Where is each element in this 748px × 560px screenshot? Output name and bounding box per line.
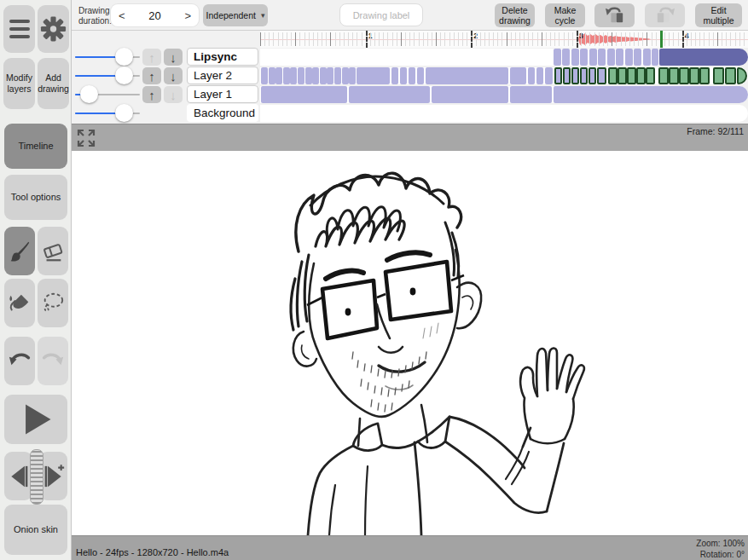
slider-knob[interactable] — [115, 104, 133, 122]
timeline-drawing-segment[interactable] — [659, 49, 748, 66]
timeline-drawing-segment[interactable] — [634, 49, 641, 66]
timeline-drawing-segment[interactable] — [643, 49, 651, 66]
layer-move-up-button[interactable]: ↑ — [142, 86, 161, 103]
timeline-drawing-segment[interactable] — [636, 67, 646, 84]
timeline-drawing-segment[interactable] — [528, 67, 535, 84]
make-cycle-button[interactable]: Make cycle — [545, 3, 585, 27]
layer-move-up-button[interactable]: ↑ — [142, 67, 161, 84]
timeline-drawing-segment[interactable] — [652, 49, 658, 66]
layer-move-down-button[interactable]: ↓ — [164, 86, 183, 103]
timeline-drawing-segment[interactable] — [554, 67, 562, 84]
slider-knob[interactable] — [115, 66, 133, 84]
duration-value[interactable]: 20 — [148, 9, 160, 22]
timeline-drawing-segment[interactable] — [327, 67, 333, 84]
modify-layers-button[interactable]: Modify layers — [3, 58, 35, 109]
timeline-drawing-segment[interactable] — [646, 67, 655, 84]
settings-button[interactable] — [38, 5, 69, 53]
timeline-drawing-segment[interactable] — [305, 67, 312, 84]
timeline-drawing-segment[interactable] — [713, 67, 724, 84]
slider-knob[interactable] — [80, 85, 98, 103]
redo-drawing-change-button[interactable] — [645, 3, 685, 27]
layer-move-down-button[interactable]: ↓ — [164, 67, 183, 84]
timeline-drawing-segment[interactable] — [554, 86, 748, 103]
timeline-drawing-segment[interactable] — [699, 67, 710, 84]
timeline-drawing-segment[interactable] — [298, 67, 304, 84]
timeline-drawing-segment[interactable] — [432, 86, 508, 103]
duration-mode-dropdown[interactable]: Independent ▾ — [203, 4, 268, 26]
undo-button[interactable] — [4, 337, 35, 385]
timeline-drawing-segment[interactable] — [597, 67, 606, 84]
timeline-drawing-segment[interactable] — [342, 67, 349, 84]
timeline-drawing-segment[interactable] — [409, 67, 415, 84]
timeline-drawing-segment[interactable] — [679, 67, 689, 84]
timeline-drawing-segment[interactable] — [571, 49, 579, 66]
duration-increment-button[interactable]: > — [184, 9, 191, 22]
timeline-drawing-segment[interactable] — [261, 86, 347, 103]
timeline-drawing-segment[interactable] — [627, 67, 636, 84]
layer-opacity-slider[interactable] — [75, 86, 140, 103]
timeline-drawing-segment[interactable] — [580, 67, 588, 84]
menu-button[interactable] — [3, 5, 35, 53]
layer-opacity-slider[interactable] — [75, 105, 140, 122]
timeline-drawing-segment[interactable] — [598, 49, 606, 66]
duration-decrement-button[interactable]: < — [119, 9, 125, 22]
timeline-drawing-segment[interactable] — [426, 67, 508, 84]
timeline-drawing-segment[interactable] — [571, 67, 579, 84]
timeline-drawing-segment[interactable] — [275, 67, 282, 84]
tool-options-tab-button[interactable]: Tool options — [4, 175, 67, 220]
timeline-drawing-segment[interactable] — [554, 49, 561, 66]
layer-track-lipsync[interactable] — [260, 49, 748, 66]
timeline-drawing-segment[interactable] — [269, 67, 275, 84]
layer-track-layer2[interactable] — [260, 67, 748, 84]
layer-track-background[interactable] — [260, 105, 748, 122]
brush-tool-button[interactable] — [4, 227, 35, 275]
timeline-drawing-segment[interactable] — [261, 67, 268, 84]
timeline-tab-button[interactable]: Timeline — [4, 124, 67, 169]
frame-scrub-handle[interactable] — [30, 449, 43, 505]
layer-track-layer1[interactable] — [260, 86, 748, 103]
layer-move-down-button[interactable]: ↓ — [164, 49, 183, 66]
layer-name-field[interactable]: Layer 1 — [187, 85, 258, 103]
timeline-drawing-segment[interactable] — [669, 67, 679, 84]
previous-frame-button[interactable] — [4, 452, 32, 500]
fullscreen-canvas-button[interactable] — [75, 127, 97, 149]
layer-opacity-slider[interactable] — [75, 67, 140, 84]
timeline-drawing-segment[interactable] — [689, 67, 699, 84]
undo-drawing-change-button[interactable] — [594, 3, 635, 27]
eraser-tool-button[interactable] — [38, 227, 68, 275]
timeline-drawing-segment[interactable] — [545, 67, 553, 84]
delete-drawing-button[interactable]: Delete drawing — [495, 3, 535, 27]
timeline-drawing-segment[interactable] — [589, 67, 596, 84]
lasso-tool-button[interactable] — [38, 279, 68, 327]
timeline-drawing-segment[interactable] — [283, 67, 290, 84]
onion-skin-button[interactable]: Onion skin — [4, 505, 67, 555]
timeline-drawing-segment[interactable] — [658, 67, 669, 84]
slider-knob[interactable] — [115, 48, 133, 66]
timeline-drawing-segment[interactable] — [616, 49, 623, 66]
add-drawing-button[interactable]: Add drawing — [38, 58, 69, 109]
timeline-drawing-segment[interactable] — [625, 49, 633, 66]
timeline-drawing-segment[interactable] — [312, 67, 319, 84]
timeline-drawing-segment[interactable] — [536, 67, 543, 84]
drawing-canvas[interactable] — [72, 151, 748, 535]
fill-tool-button[interactable] — [4, 279, 35, 327]
layer-name-field[interactable]: Layer 2 — [187, 66, 258, 84]
timeline-drawing-segment[interactable] — [391, 67, 398, 84]
play-button[interactable] — [4, 395, 67, 444]
timeline-drawing-segment[interactable] — [400, 67, 407, 84]
timeline-drawing-segment[interactable] — [725, 67, 736, 84]
timeline-drawing-segment[interactable] — [589, 49, 597, 66]
timeline-drawing-segment[interactable] — [334, 67, 341, 84]
timeline-drawing-segment[interactable] — [618, 67, 627, 84]
edit-multiple-button[interactable]: Edit multiple — [695, 3, 742, 27]
redo-button[interactable] — [38, 337, 68, 385]
timeline-drawing-segment[interactable] — [510, 86, 552, 103]
layer-name-field[interactable]: Lipsync — [187, 48, 258, 66]
timeline-drawing-segment[interactable] — [417, 67, 424, 84]
timeline-drawing-segment[interactable] — [607, 49, 615, 66]
timeline-drawing-segment[interactable] — [357, 67, 390, 84]
timeline-drawing-segment[interactable] — [562, 49, 570, 66]
layer-move-up-button[interactable]: ↑ — [142, 49, 161, 66]
drawing-label-input[interactable] — [339, 3, 423, 26]
timeline-drawing-segment[interactable] — [290, 67, 297, 84]
